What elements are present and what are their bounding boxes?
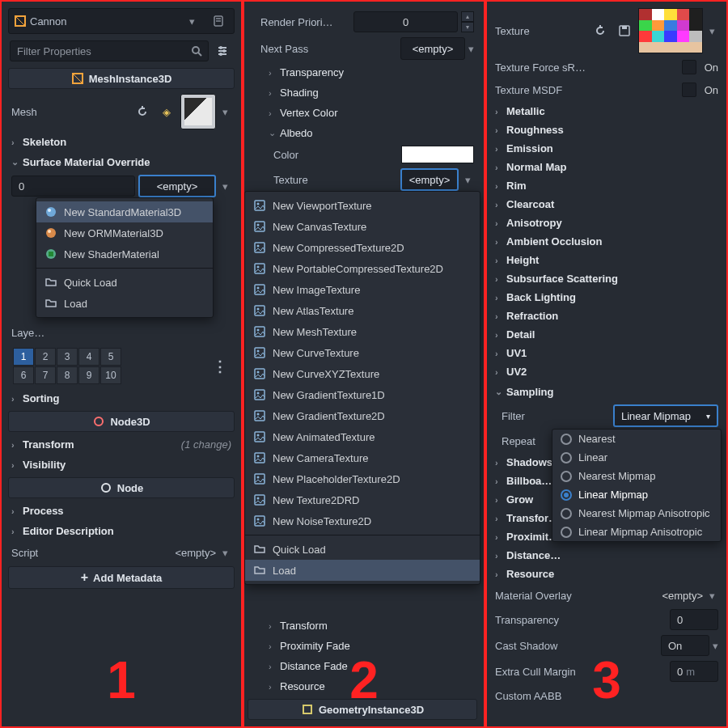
- texture-preview[interactable]: [638, 8, 703, 53]
- section-normal-map[interactable]: ›Normal Map: [490, 158, 723, 176]
- force-srgb-checkbox[interactable]: [682, 60, 696, 74]
- menu-item-texture[interactable]: New NoiseTexture2D: [245, 510, 480, 531]
- section-transform[interactable]: ›Transform: [256, 616, 479, 635]
- section-editor-description[interactable]: › Editor Description: [6, 522, 236, 540]
- section-sorting[interactable]: › Sorting: [6, 389, 236, 408]
- menu-item-texture[interactable]: New ViewportTexture: [245, 195, 480, 216]
- menu-item-texture[interactable]: New CompressedTexture2D: [245, 237, 480, 258]
- section-shading[interactable]: ›Shading: [256, 83, 479, 102]
- key-icon[interactable]: ◈: [156, 101, 177, 122]
- section-anisotropy[interactable]: ›Anisotropy: [490, 214, 723, 232]
- chevron-down-icon[interactable]: ▾: [462, 174, 474, 186]
- object-selector[interactable]: Cannon ▾: [8, 8, 235, 34]
- next-pass-dropdown[interactable]: <empty>: [400, 37, 465, 60]
- section-visibility[interactable]: › Visibility: [6, 455, 236, 474]
- section-distance-fade[interactable]: ›Distance Fade: [256, 657, 479, 675]
- menu-new-shader-material[interactable]: New ShaderMaterial: [36, 243, 213, 265]
- section-uv2[interactable]: ›UV2: [490, 362, 723, 381]
- filter-option[interactable]: Linear Mipmap Anisotropic: [552, 523, 721, 541]
- settings-icon[interactable]: [212, 40, 233, 61]
- menu-item-texture[interactable]: New GradientTexture2D: [245, 405, 480, 426]
- section-emission[interactable]: ›Emission: [490, 139, 723, 158]
- filter-dropdown[interactable]: Linear Mipmap ▾: [613, 404, 718, 427]
- section-detail[interactable]: ›Detail: [490, 325, 723, 344]
- section-distance[interactable]: ›Distance…: [490, 546, 723, 565]
- material-overlay-value[interactable]: <empty>: [662, 590, 703, 602]
- section-geometry[interactable]: ›Geometry: [251, 723, 479, 728]
- menu-load[interactable]: Load: [36, 293, 213, 314]
- layer-cell[interactable]: 4: [78, 348, 99, 366]
- section-sampling[interactable]: ⌄Sampling: [490, 383, 723, 401]
- menu-item-texture[interactable]: New CurveXYZTexture: [245, 363, 480, 384]
- revert-icon[interactable]: [132, 101, 153, 122]
- menu-item-texture[interactable]: New GradientTexture1D: [245, 384, 480, 405]
- mesh-thumbnail[interactable]: [180, 94, 216, 129]
- section-skeleton[interactable]: › Skeleton: [6, 133, 236, 151]
- section-back-lighting[interactable]: ›Back Lighting: [490, 288, 723, 307]
- chevron-down-icon[interactable]: ▾: [713, 640, 718, 652]
- menu-new-orm-material[interactable]: New ORMMaterial3D: [36, 222, 213, 243]
- script-value[interactable]: <empty>: [175, 547, 216, 559]
- spinner-up-icon[interactable]: ▴: [461, 11, 474, 22]
- chevron-down-icon[interactable]: ▾: [706, 25, 718, 37]
- color-picker[interactable]: [401, 146, 474, 163]
- filter-option[interactable]: Linear: [552, 448, 721, 467]
- layer-cell[interactable]: 5: [100, 348, 121, 366]
- chevron-down-icon[interactable]: ▾: [219, 547, 231, 559]
- section-metallic[interactable]: ›Metallic: [490, 102, 723, 121]
- class-header-meshinstance3d[interactable]: MeshInstance3D: [8, 68, 235, 89]
- revert-icon[interactable]: [590, 20, 611, 41]
- menu-item-texture[interactable]: New CameraTexture: [245, 447, 480, 468]
- section-transparency[interactable]: ›Transparency: [256, 63, 479, 82]
- section-vertex-color[interactable]: ›Vertex Color: [256, 104, 479, 122]
- menu-item-texture[interactable]: New AnimatedTexture: [245, 426, 480, 447]
- section-resource[interactable]: ›Resource: [490, 565, 723, 583]
- add-metadata-button[interactable]: + Add Metadata: [8, 566, 235, 589]
- transparency-field[interactable]: 0: [670, 609, 718, 630]
- class-header-geometryinstance3d[interactable]: GeometryInstance3D: [248, 699, 477, 720]
- save-resource-icon[interactable]: [614, 20, 635, 41]
- layer-cell[interactable]: 3: [57, 348, 78, 366]
- menu-item-texture[interactable]: New CanvasTexture: [245, 216, 480, 237]
- layer-cell[interactable]: 1: [13, 348, 34, 366]
- section-albedo[interactable]: ⌄Albedo: [256, 124, 479, 142]
- section-uv1[interactable]: ›UV1: [490, 344, 723, 362]
- section-ambient-occlusion[interactable]: ›Ambient Occlusion: [490, 232, 723, 251]
- spinner-down-icon[interactable]: ▾: [461, 22, 474, 32]
- chevron-down-icon[interactable]: ▾: [468, 43, 474, 55]
- section-roughness[interactable]: ›Roughness: [490, 121, 723, 139]
- section-rim[interactable]: ›Rim: [490, 176, 723, 195]
- layer-cell[interactable]: 2: [35, 348, 56, 366]
- menu-item-texture[interactable]: New PortableCompressedTexture2D: [245, 258, 480, 279]
- layer-cell[interactable]: 8: [57, 366, 78, 384]
- section-refraction[interactable]: ›Refraction: [490, 307, 723, 325]
- spinner-buttons[interactable]: ▴ ▾: [461, 11, 474, 32]
- section-clearcoat[interactable]: ›Clearcoat: [490, 195, 723, 214]
- layer-cell[interactable]: 7: [35, 366, 56, 384]
- menu-item-texture[interactable]: New ImageTexture: [245, 279, 480, 300]
- class-header-node[interactable]: Node: [8, 477, 235, 498]
- menu-item-texture[interactable]: New MeshTexture: [245, 321, 480, 342]
- layer-cell[interactable]: 9: [78, 366, 99, 384]
- chevron-down-icon[interactable]: ▾: [219, 106, 231, 118]
- more-icon[interactable]: ⋮: [213, 358, 228, 375]
- chevron-down-icon[interactable]: ▾: [706, 590, 718, 602]
- albedo-texture-dropdown[interactable]: <empty>: [400, 168, 459, 191]
- filter-option[interactable]: Nearest Mipmap Anisotropic: [552, 504, 721, 523]
- layer-cell[interactable]: 10: [100, 366, 121, 384]
- section-proximity-fade[interactable]: ›Proximity Fade: [256, 637, 479, 655]
- menu-item-texture[interactable]: New AtlasTexture: [245, 300, 480, 321]
- class-header-node3d[interactable]: Node3D: [8, 411, 235, 432]
- menu-item-texture[interactable]: New Texture2DRD: [245, 489, 480, 510]
- msdf-checkbox[interactable]: [682, 83, 696, 97]
- chevron-down-icon[interactable]: ▾: [219, 180, 231, 193]
- layer-cell[interactable]: 6: [13, 366, 34, 384]
- section-resource[interactable]: ›Resource: [256, 677, 479, 696]
- filter-option[interactable]: Nearest Mipmap: [552, 467, 721, 485]
- menu-item-texture[interactable]: New PlaceholderTexture2D: [245, 468, 480, 489]
- menu-load[interactable]: Load: [245, 560, 480, 581]
- extra-cull-field[interactable]: 0 m: [670, 661, 718, 682]
- menu-item-texture[interactable]: New CurveTexture: [245, 342, 480, 363]
- filter-option[interactable]: Nearest: [552, 430, 721, 448]
- section-transform[interactable]: › Transform (1 change): [6, 435, 236, 454]
